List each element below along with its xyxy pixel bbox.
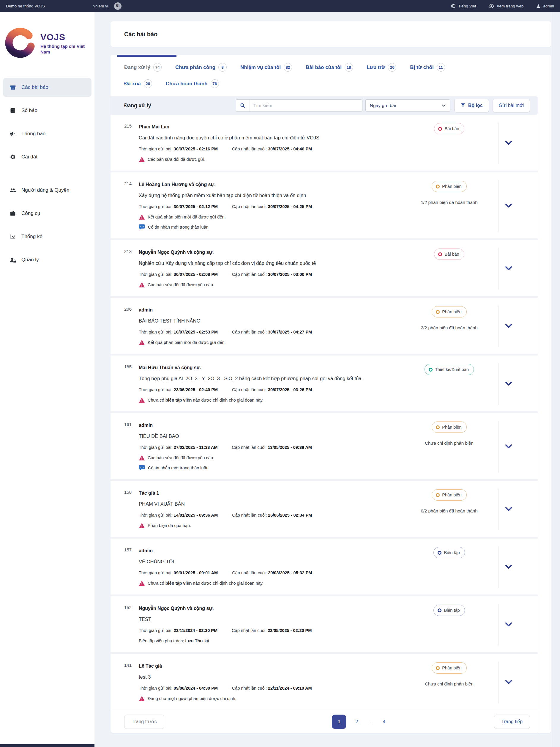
sidebar-item-cong-cu[interactable]: Công cụ <box>3 204 91 223</box>
expand-row-button[interactable] <box>498 489 518 530</box>
archive-icon <box>9 84 16 91</box>
expand-row-button[interactable] <box>498 123 518 164</box>
language-menu[interactable]: Tiếng Việt <box>451 4 476 9</box>
active-tab-indicator <box>117 55 177 57</box>
filter-label: Bộ lọc <box>468 103 483 108</box>
tab-count-badge: 8 <box>218 63 227 72</box>
tab-count-badge: 76 <box>211 79 219 88</box>
stage-badge: Phản biện <box>432 421 466 433</box>
tab-luu-tru[interactable]: Lưu trữ 26 <box>367 63 396 72</box>
tab-dang-xu-ly[interactable]: Đang xử lý 74 <box>124 63 162 72</box>
sidebar-item-cac-bai-bao[interactable]: Các bài báo <box>3 78 91 97</box>
new-submission-button[interactable]: Gửi bài mới <box>492 99 530 112</box>
chevron-down-icon <box>505 324 512 329</box>
tab-bi-tu-choi[interactable]: Bị từ chối 11 <box>410 63 445 72</box>
expand-row-button[interactable] <box>498 306 518 347</box>
expand-row-button[interactable] <box>498 546 518 588</box>
page-title: Các bài báo <box>124 31 157 38</box>
toolbox-icon <box>9 210 16 217</box>
stage-ring-icon <box>436 493 440 497</box>
submitted-meta: Thời gian gửi bài: 30/07/2025 - 02:16 PM <box>139 145 218 153</box>
article-row: 161 admin TIÊU ĐỀ BÀI BÁO Thời gian gửi … <box>110 413 538 481</box>
page-number[interactable]: 4 <box>381 719 387 725</box>
user-label: admin <box>543 4 554 8</box>
article-title: PHẠM VI XUẤT BẢN <box>139 499 394 508</box>
article-id: 215 <box>110 123 139 164</box>
sidebar-item-thong-bao[interactable]: Thông báo <box>3 124 91 143</box>
article-title: Nghiên cứu Xây dựng và nâng cấp tạp chí … <box>139 259 394 267</box>
expand-row-button[interactable] <box>498 662 518 703</box>
chat-icon <box>139 465 145 471</box>
article-author: Nguyễn Ngọc Quỳnh và cộng sự. <box>139 604 394 613</box>
article-row: 157 admin VỀ CHÚNG TÔI Thời gian gửi bài… <box>110 539 538 596</box>
expand-row-button[interactable] <box>498 248 518 289</box>
updated-meta: Cập nhật lần cuối: 30/07/2025 - 03:26 PM <box>232 385 312 394</box>
stage-ring-icon <box>436 185 440 188</box>
article-author: Phan Mai Lan <box>139 123 394 131</box>
logo-title: VOJS <box>41 32 85 42</box>
warning-flag: Phản biện đã quá hạn. <box>139 521 394 530</box>
article-author: admin <box>139 306 394 314</box>
tab-count-badge: 11 <box>437 63 445 72</box>
stage-ring-icon <box>437 609 442 612</box>
updated-meta: Cập nhật lần cuối: 30/07/2025 - 04:46 PM <box>232 145 312 153</box>
page-number-current[interactable]: 1 <box>332 715 346 729</box>
sidebar-item-thong-ke[interactable]: Thống kê <box>3 227 91 246</box>
search-box <box>236 99 363 112</box>
previous-page-button[interactable]: Trang trước <box>124 715 164 729</box>
sidebar-item-nguoi-dung-quyen[interactable]: Người dùng & Quyền <box>3 181 91 200</box>
chevron-down-icon <box>505 382 512 386</box>
article-id: 157 <box>110 546 139 588</box>
filter-button[interactable]: Bộ lọc <box>454 99 489 112</box>
next-page-button[interactable]: Trang tiếp <box>494 715 530 729</box>
date-filter-value: Ngày gửi bài <box>370 103 396 108</box>
submitted-meta: Thời gian gửi bài: 30/07/2025 - 02:12 PM <box>139 202 218 211</box>
review-status: Chưa chỉ định phản biện <box>425 681 474 686</box>
view-site-link[interactable]: Xem trang web <box>488 4 524 8</box>
chevron-down-icon <box>505 204 512 208</box>
tab-nhiem-vu-cua-toi[interactable]: Nhiệm vụ của tôi 82 <box>240 63 292 72</box>
filter-icon <box>460 103 465 109</box>
article-author: Lê Tác giả <box>139 662 394 671</box>
logo-subtitle: Hệ thống tạp chí Việt Nam <box>41 44 85 55</box>
date-filter-select[interactable]: Ngày gửi bài <box>366 99 450 112</box>
stage-ring-icon <box>437 551 442 555</box>
search-input[interactable] <box>250 100 362 111</box>
sidebar-item-so-bao[interactable]: Số báo <box>3 101 91 120</box>
tab-da-xoa[interactable]: Đã xoá 20 <box>124 79 152 88</box>
warning-icon <box>139 397 145 403</box>
expand-row-button[interactable] <box>498 604 518 646</box>
tab-chua-phan-cong[interactable]: Chưa phân công 8 <box>175 63 227 72</box>
tabs: Đang xử lý 74 Chưa phân công 8 Nhiệm vụ … <box>110 55 551 92</box>
user-menu[interactable]: admin <box>536 4 554 8</box>
article-title: TIÊU ĐỀ BÀI BÁO <box>139 432 394 440</box>
expand-row-button[interactable] <box>498 363 518 405</box>
chevron-down-icon <box>442 104 446 107</box>
sidebar-item-cai-dat[interactable]: Cài đặt <box>3 148 91 166</box>
expand-row-button[interactable] <box>498 180 518 232</box>
submitted-meta: Thời gian gửi bài: 23/06/2025 - 02:40 PM <box>139 385 218 394</box>
tab-chua-hoan-thanh[interactable]: Chưa hoàn thành 76 <box>166 79 219 88</box>
sidebar-item-quan-ly[interactable]: Quản lý <box>3 250 91 269</box>
article-row: 185 Mai Hữu Thuấn và cộng sự. Tổng hợp p… <box>110 356 538 413</box>
article-title: Xây dựng hệ thống phần mềm xuất bản tạp … <box>139 191 394 200</box>
submitted-meta: Thời gian gửi bài: 30/07/2025 - 02:08 PM <box>139 270 218 279</box>
topbar-tasks-menu[interactable]: Nhiệm vụ 51 <box>92 2 122 10</box>
page-scrollbar[interactable] <box>552 12 560 747</box>
article-author: Tác giả 1 <box>139 489 394 497</box>
chevron-down-icon <box>505 565 512 570</box>
article-title: TEST <box>139 615 394 624</box>
stage-ring-icon <box>436 666 440 670</box>
review-status: 0/2 phản biện đã hoàn thành <box>421 508 477 513</box>
search-icon <box>236 100 250 111</box>
warning-icon <box>139 580 145 586</box>
page-number[interactable]: 2 <box>354 719 360 725</box>
tab-bai-bao-cua-toi[interactable]: Bài báo của tôi 18 <box>306 63 353 72</box>
warning-flag: Các bản sửa đổi đã được gửi. <box>139 155 394 164</box>
stage-ring-icon <box>438 252 442 256</box>
article-title: test 3 <box>139 672 394 681</box>
chevron-down-icon <box>505 444 512 449</box>
article-author: admin <box>139 421 394 430</box>
expand-row-button[interactable] <box>498 421 518 473</box>
tab-count-badge: 20 <box>144 79 152 88</box>
